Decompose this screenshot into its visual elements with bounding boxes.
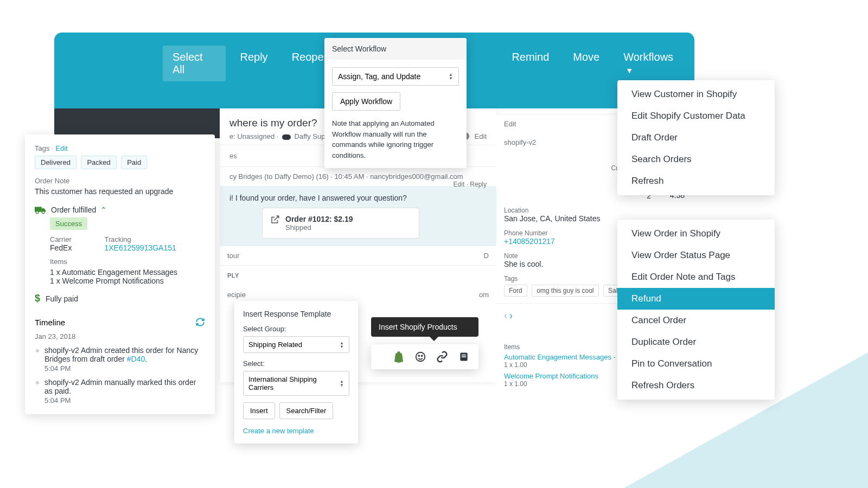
meta-text: tour [227, 252, 239, 260]
timeline-date: Jan 23, 2018 [35, 332, 205, 341]
reply-tab[interactable]: PLY [220, 265, 496, 285]
shopify-products-icon[interactable] [393, 351, 405, 363]
menu-draft-order[interactable]: Draft Order [617, 127, 775, 149]
composer-toolbar [371, 344, 478, 369]
menu-pin-conversation[interactable]: Pin to Conversation [617, 353, 775, 375]
conversation-edit-link[interactable]: Edit [475, 132, 487, 140]
workflow-select[interactable]: Assign, Tag, and Update ▲▼ [332, 67, 459, 86]
emoji-icon[interactable] [414, 351, 426, 363]
workflow-popup-title: Select Workflow [324, 38, 467, 60]
tags-row: Delivered Packed Paid [35, 152, 205, 169]
menu-view-customer[interactable]: View Customer in Shopify [617, 84, 775, 105]
assignee-text: e: Unassigned · [229, 132, 278, 140]
message-from: cy Bridges (to Daffy Demo) (16) · 10:45 … [229, 172, 463, 181]
order-card-status: Shipped [285, 223, 353, 232]
timeline-item: shopify-v2 Admin created this order for … [44, 346, 205, 363]
template-title: Insert Response Template [243, 310, 349, 318]
truck-icon [35, 206, 47, 214]
cloud-icon [282, 134, 291, 140]
template-select[interactable]: International Shipping Carriers▲▼ [243, 371, 349, 396]
svg-rect-8 [462, 356, 466, 357]
tooltip: Insert Shopify Products [371, 317, 478, 337]
select-arrows-icon: ▲▼ [340, 380, 344, 387]
insert-button[interactable]: Insert [243, 402, 275, 419]
order-card-title: Order #1012: $2.19 [285, 215, 353, 223]
svg-point-5 [422, 355, 423, 356]
group-label: Select Group: [243, 325, 349, 333]
timeline-time: 5:04 PM [44, 396, 205, 404]
carrier-label: Carrier [50, 235, 72, 243]
order-card[interactable]: Order #1012: $2.19 Shipped [262, 208, 419, 239]
menu-refresh-orders[interactable]: Refresh Orders [617, 375, 775, 396]
tags-edit-link[interactable]: Edit [55, 144, 67, 152]
recipient-fragment: ecipie [227, 291, 246, 299]
remind-button[interactable]: Remind [502, 46, 559, 81]
tooltip-group: Insert Shopify Products [371, 317, 478, 369]
tag-pill[interactable]: Packed [81, 156, 116, 169]
carrier-value: FedEx [50, 243, 72, 252]
recipient-fragment-2: om [479, 291, 489, 299]
items-label: Items [50, 258, 205, 266]
tag-pill[interactable]: Delivered [35, 156, 76, 169]
menu-search-orders[interactable]: Search Orders [617, 149, 775, 170]
success-badge: Success [50, 217, 87, 230]
menu-refund[interactable]: Refund [617, 288, 775, 310]
item-line: 1 x Welcome Prompt Notifications [50, 277, 205, 285]
timeline-item: shopify-v2 Admin manually marked this or… [44, 378, 205, 395]
draft-order-link[interactable]: #D40 [127, 355, 145, 363]
msg-edit-link[interactable]: Edit [454, 181, 465, 188]
svg-point-2 [42, 211, 44, 214]
link-icon[interactable] [436, 351, 448, 363]
svg-rect-7 [462, 355, 466, 356]
book-icon[interactable] [458, 351, 470, 363]
sidebar-dark-band [54, 108, 220, 138]
workflow-popup: Select Workflow Assign, Tag, and Update … [324, 38, 467, 168]
menu-view-order[interactable]: View Order in Shopify [617, 223, 775, 245]
order-context-menu: View Order in Shopify View Order Status … [617, 220, 775, 400]
svg-point-1 [36, 211, 39, 214]
tag-pill[interactable]: Paid [121, 156, 147, 169]
panel-edit-link[interactable]: Edit [504, 120, 516, 131]
next-order-arrow[interactable]: › [509, 310, 513, 322]
timeline-time: 5:04 PM [44, 364, 205, 373]
select-arrows-icon: ▲▼ [340, 341, 344, 349]
customer-context-menu: View Customer in Shopify Edit Shopify Cu… [617, 80, 775, 195]
paid-label: Fully paid [46, 294, 78, 303]
msg-reply-link[interactable]: Reply [470, 181, 487, 188]
svg-point-4 [418, 355, 419, 356]
search-filter-button[interactable]: Search/Filter [279, 402, 334, 419]
fulfilled-label: Order fulfilled [51, 206, 96, 214]
customer-tag[interactable]: omg this guy is cool [532, 285, 598, 297]
menu-order-status[interactable]: View Order Status Page [617, 245, 775, 266]
workflow-note: Note that applying an Automated Workflow… [332, 118, 459, 160]
dollar-icon: $ [35, 293, 40, 304]
menu-cancel-order[interactable]: Cancel Order [617, 310, 775, 331]
prev-order-arrow[interactable]: ‹ [504, 310, 507, 322]
tags-label: Tags [35, 144, 49, 152]
workflows-dropdown[interactable]: Workflows ▼ [614, 46, 694, 81]
move-button[interactable]: Move [563, 46, 609, 81]
menu-edit-order-note[interactable]: Edit Order Note and Tags [617, 266, 775, 288]
select-label: Select: [243, 359, 349, 368]
select-all-button[interactable]: Select All [163, 46, 226, 81]
create-template-link[interactable]: Create a new template [243, 427, 349, 435]
menu-edit-customer[interactable]: Edit Shopify Customer Data [617, 105, 775, 127]
chevron-down-icon: ▼ [626, 66, 633, 75]
customer-tag[interactable]: Ford [504, 285, 527, 297]
svg-point-3 [416, 352, 425, 362]
location-label: Location [504, 207, 687, 214]
apply-workflow-button[interactable]: Apply Workflow [332, 92, 400, 111]
menu-duplicate-order[interactable]: Duplicate Order [617, 331, 775, 353]
refresh-icon[interactable] [195, 317, 205, 327]
order-details-card: Tags · Edit Delivered Packed Paid Order … [25, 134, 215, 414]
menu-refresh[interactable]: Refresh [617, 170, 775, 192]
order-note-label: Order Note [35, 177, 205, 185]
timeline-title: Timeline [35, 318, 65, 327]
meta-action[interactable]: D [484, 252, 489, 260]
group-select[interactable]: Shipping Related▲▼ [243, 336, 349, 353]
chevron-up-icon[interactable]: ⌃ [100, 206, 107, 214]
external-link-icon [270, 215, 280, 224]
reply-button[interactable]: Reply [230, 46, 277, 81]
tracking-link[interactable]: 1XE61259913GA151 [104, 243, 176, 252]
response-template-popup: Insert Response Template Select Group: S… [234, 301, 358, 444]
